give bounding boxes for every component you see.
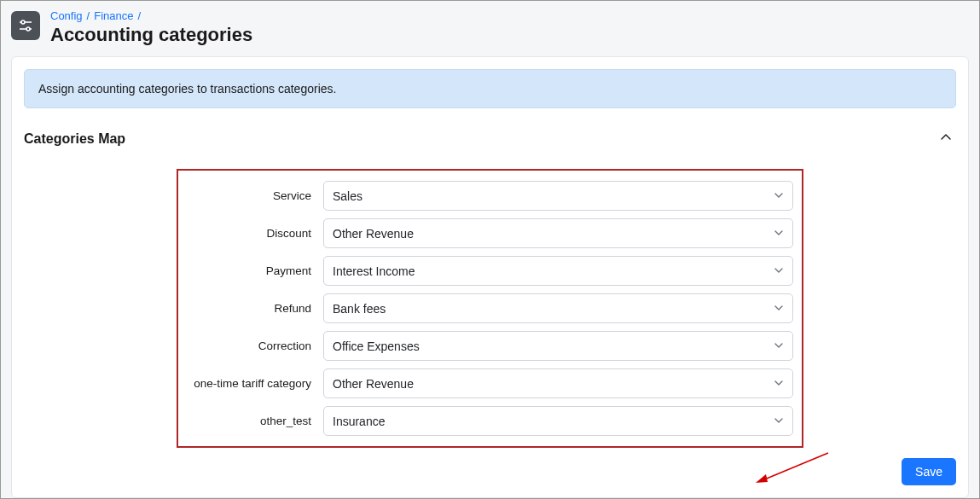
form-row-correction: Correction Office Expenses (187, 331, 793, 361)
page-header: Config / Finance / Accounting categories (1, 1, 979, 56)
select-other-test[interactable]: Insurance (323, 406, 793, 436)
svg-line-4 (763, 453, 828, 480)
arrow-annotation-icon (747, 450, 832, 490)
breadcrumb: Config / Finance / (50, 9, 252, 22)
select-value: Other Revenue (333, 227, 414, 241)
collapse-toggle[interactable] (936, 127, 956, 150)
field-label: Refund (187, 302, 323, 315)
form-wrapper: Service Sales Discount Other Revenue (24, 169, 956, 448)
chevron-down-icon (774, 302, 784, 316)
button-row: Save (24, 458, 956, 485)
svg-marker-5 (756, 474, 768, 483)
svg-point-3 (26, 27, 30, 31)
select-value: Interest Income (333, 264, 415, 278)
select-onetime-tariff[interactable]: Other Revenue (323, 368, 793, 398)
chevron-down-icon (774, 264, 784, 278)
chevron-down-icon (774, 189, 784, 203)
select-value: Insurance (333, 415, 385, 428)
svg-point-1 (21, 20, 25, 24)
chevron-down-icon (774, 377, 784, 391)
select-value: Bank fees (333, 302, 386, 316)
field-label: Service (187, 189, 323, 202)
chevron-down-icon (774, 415, 784, 428)
form-row-other-test: other_test Insurance (187, 406, 793, 436)
select-service[interactable]: Sales (323, 181, 793, 211)
field-label: other_test (187, 415, 323, 427)
info-banner: Assign accounting categories to transact… (24, 69, 956, 108)
select-value: Other Revenue (333, 377, 414, 391)
field-label: Payment (187, 264, 323, 277)
select-discount[interactable]: Other Revenue (323, 218, 793, 248)
chevron-up-icon (939, 131, 953, 144)
breadcrumb-link-finance[interactable]: Finance (94, 9, 133, 22)
select-value: Office Expenses (333, 339, 420, 353)
field-label: Correction (187, 339, 323, 352)
select-payment[interactable]: Interest Income (323, 256, 793, 286)
breadcrumb-separator: / (87, 9, 90, 22)
select-value: Sales (333, 189, 362, 203)
breadcrumb-separator: / (137, 9, 141, 22)
form-row-service: Service Sales (187, 181, 793, 211)
save-button[interactable]: Save (902, 458, 956, 485)
categories-form-highlight: Service Sales Discount Other Revenue (177, 169, 803, 448)
page-title: Accounting categories (50, 24, 252, 46)
chevron-down-icon (774, 227, 784, 241)
form-row-payment: Payment Interest Income (187, 256, 793, 286)
select-refund[interactable]: Bank fees (323, 293, 793, 323)
chevron-down-icon (774, 339, 784, 353)
breadcrumb-link-config[interactable]: Config (50, 9, 83, 22)
section-header: Categories Map (24, 127, 956, 150)
form-row-refund: Refund Bank fees (187, 293, 793, 323)
section-title: Categories Map (24, 131, 125, 147)
form-row-discount: Discount Other Revenue (187, 218, 793, 248)
settings-icon (11, 11, 40, 40)
form-row-onetime-tariff: one-time tariff category Other Revenue (187, 368, 793, 398)
field-label: Discount (187, 227, 323, 240)
select-correction[interactable]: Office Expenses (323, 331, 793, 361)
field-label: one-time tariff category (187, 377, 323, 390)
main-card: Assign accounting categories to transact… (11, 56, 969, 498)
